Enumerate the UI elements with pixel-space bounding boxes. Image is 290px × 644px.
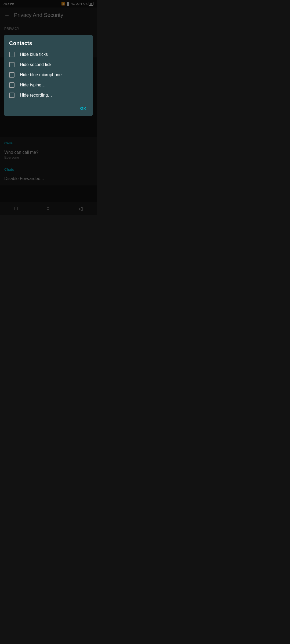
- hide-recording-checkbox[interactable]: [9, 93, 15, 98]
- hide-recording-label: Hide recording…: [20, 93, 52, 98]
- dialog-title: Contacts: [9, 40, 88, 46]
- hide-typing-checkbox[interactable]: [9, 82, 15, 88]
- hide-blue-microphone-row[interactable]: Hide blue microphone: [9, 72, 88, 78]
- hide-blue-ticks-label: Hide blue ticks: [20, 52, 48, 57]
- hide-blue-ticks-row[interactable]: Hide blue ticks: [9, 52, 88, 57]
- hide-typing-row[interactable]: Hide typing…: [9, 82, 88, 88]
- hide-second-tick-label: Hide second tick: [20, 62, 51, 67]
- hide-second-tick-checkbox[interactable]: [9, 62, 15, 67]
- dialog-actions: OK: [9, 103, 88, 113]
- hide-blue-microphone-label: Hide blue microphone: [20, 72, 62, 77]
- contacts-dialog: Contacts Hide blue ticks Hide second tic…: [4, 35, 93, 116]
- hide-second-tick-row[interactable]: Hide second tick: [9, 62, 88, 67]
- hide-blue-microphone-checkbox[interactable]: [9, 72, 15, 78]
- ok-button[interactable]: OK: [79, 104, 88, 113]
- hide-recording-row[interactable]: Hide recording…: [9, 93, 88, 98]
- hide-blue-ticks-checkbox[interactable]: [9, 52, 15, 57]
- hide-typing-label: Hide typing…: [20, 83, 46, 87]
